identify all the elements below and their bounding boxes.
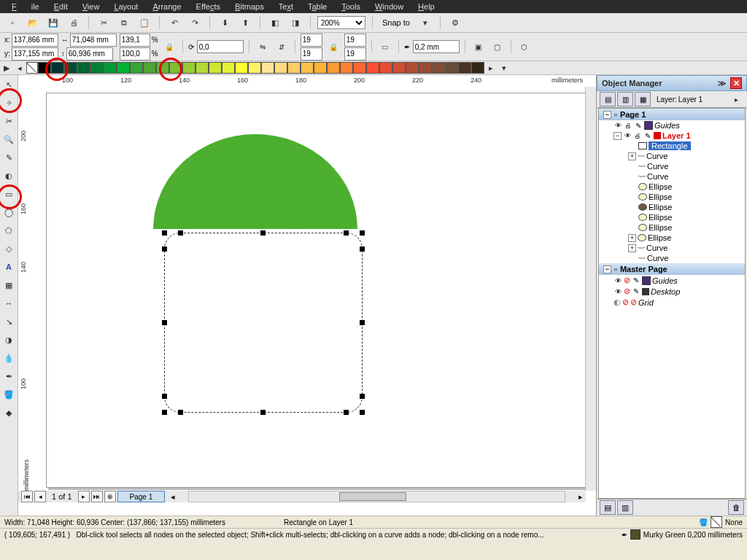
horizontal-scrollbar[interactable] [188,491,565,502]
rectangle-tool[interactable]: ▭ [1,186,17,202]
import-button[interactable]: ⬇ [217,15,233,31]
menu-text[interactable]: Text [271,1,301,12]
zoom-select[interactable]: 200% [317,16,365,29]
color-swatch[interactable] [130,62,143,74]
interactive-fill-tool[interactable]: ◆ [1,405,17,421]
drawing-canvas[interactable] [40,87,586,491]
corner-b-input[interactable] [301,47,322,61]
export-button[interactable]: ⬆ [237,15,253,31]
color-swatch[interactable] [327,62,340,74]
selected-rectangle[interactable] [164,233,363,413]
tree-ellipse-1[interactable]: Ellipse [649,182,672,191]
tree-ellipse-2[interactable]: Ellipse [649,192,672,201]
page-tab[interactable]: Page 1 [117,491,166,502]
scroll-left-icon[interactable]: ◂ [168,492,178,502]
tree-grid[interactable]: Grid [638,298,654,307]
eyedropper-tool[interactable]: 💧 [1,350,17,366]
dimension-tool[interactable]: ↔ [1,295,17,311]
color-swatch[interactable] [235,62,248,74]
corner-c-input[interactable] [344,34,366,47]
docker-collapse-button[interactable]: ≫ [716,77,728,89]
color-swatch[interactable] [38,62,51,74]
no-fill-swatch[interactable] [26,62,38,74]
text-wrap-button[interactable]: ▭ [377,39,393,55]
mirror-v-button[interactable]: ⇵ [274,39,290,55]
color-swatch[interactable] [445,62,458,74]
color-swatch[interactable] [287,62,301,74]
color-swatch[interactable] [353,62,366,74]
redo-button[interactable]: ↷ [187,15,203,31]
tree-curve-1[interactable]: Curve [646,152,667,160]
scaley-input[interactable] [120,47,150,61]
object-tree[interactable]: −▫ Page 1 Guides − Layer 1 Rectangle + C… [598,108,746,499]
new-master-button[interactable]: ▥ [617,500,633,515]
welcome-button[interactable]: ◨ [287,15,303,31]
color-swatch[interactable] [432,62,445,74]
color-swatch[interactable] [261,62,274,74]
fill-tool[interactable]: 🪣 [1,386,17,402]
color-swatch[interactable] [366,62,379,74]
tree-ellipse-6[interactable]: Ellipse [648,233,671,242]
menu-edit[interactable]: Edit [47,1,75,12]
page-next-button[interactable]: ▸ [78,491,90,502]
color-swatch[interactable] [222,62,235,74]
pick-tool[interactable]: ↖ [1,77,17,93]
rotate-input[interactable] [197,40,244,53]
palette-scroll-left-icon[interactable]: ◂ [13,60,26,76]
print-button[interactable]: 🖨 [66,15,82,31]
color-swatch[interactable] [419,62,432,74]
corner-d-input[interactable] [344,47,366,61]
outline-tool[interactable]: ✒ [1,368,17,384]
to-back-button[interactable]: ▢ [489,39,506,55]
menu-arrange[interactable]: Arrange [145,1,188,12]
blend-tool[interactable]: ◑ [1,332,17,348]
color-swatch[interactable] [248,62,261,74]
color-swatch[interactable] [379,62,392,74]
color-swatch[interactable] [471,62,484,74]
page-add-button[interactable]: ⊕ [104,491,116,502]
new-button[interactable]: ▫ [4,15,20,31]
color-swatch[interactable] [64,62,77,74]
palette-play-icon[interactable]: ▶ [0,60,13,76]
color-swatch[interactable] [196,62,209,74]
smartfill-tool[interactable]: ◐ [1,168,17,184]
shape-tool[interactable]: ✧ [1,95,17,111]
corner-a-input[interactable] [301,34,322,47]
scalex-input[interactable] [120,34,150,47]
color-swatch[interactable] [392,62,406,74]
color-swatch[interactable] [143,62,156,74]
save-button[interactable]: 💾 [45,15,61,31]
corner-lock-button[interactable]: 🔒 [325,39,341,55]
menu-bitmaps[interactable]: Bitmaps [228,1,271,12]
options-button[interactable]: ⚙ [447,15,463,31]
to-front-button[interactable]: ▣ [471,39,487,55]
menu-effects[interactable]: Effects [189,1,228,12]
height-input[interactable] [66,47,113,61]
tree-rectangle[interactable]: Rectangle [649,141,691,150]
menu-help[interactable]: Help [411,1,442,12]
paste-button[interactable]: 📋 [136,15,152,31]
color-swatch[interactable] [209,62,222,74]
crop-tool[interactable]: ✂ [1,113,17,129]
snap-dropdown-icon[interactable]: ▾ [417,15,433,31]
layer-menu-icon[interactable]: ▸ [728,91,744,107]
convert-curve-button[interactable]: ⬡ [516,39,533,55]
color-swatch[interactable] [340,62,353,74]
cut-button[interactable]: ✂ [96,15,112,31]
om-tab2[interactable]: ▥ [617,92,633,106]
color-swatch[interactable] [301,62,314,74]
tree-ellipse-4[interactable]: Ellipse [649,213,672,222]
tree-curve-4[interactable]: Curve [646,244,667,252]
menu-file[interactable]: File [4,1,47,12]
color-swatch[interactable] [169,62,182,74]
snap-label[interactable]: Snap to [379,18,413,27]
tree-layer1[interactable]: Layer 1 [662,131,691,140]
lock-ratio-button[interactable]: 🔒 [161,39,177,55]
basic-shapes-tool[interactable]: ◇ [1,241,17,257]
ellipse-tool[interactable]: ◯ [1,204,17,220]
new-layer-button[interactable]: ▤ [600,500,616,515]
appstore-button[interactable]: ◧ [267,15,283,31]
outline-width-input[interactable] [413,40,460,53]
docker-close-button[interactable]: ✕ [730,77,742,89]
tree-page[interactable]: Page 1 [620,110,646,119]
